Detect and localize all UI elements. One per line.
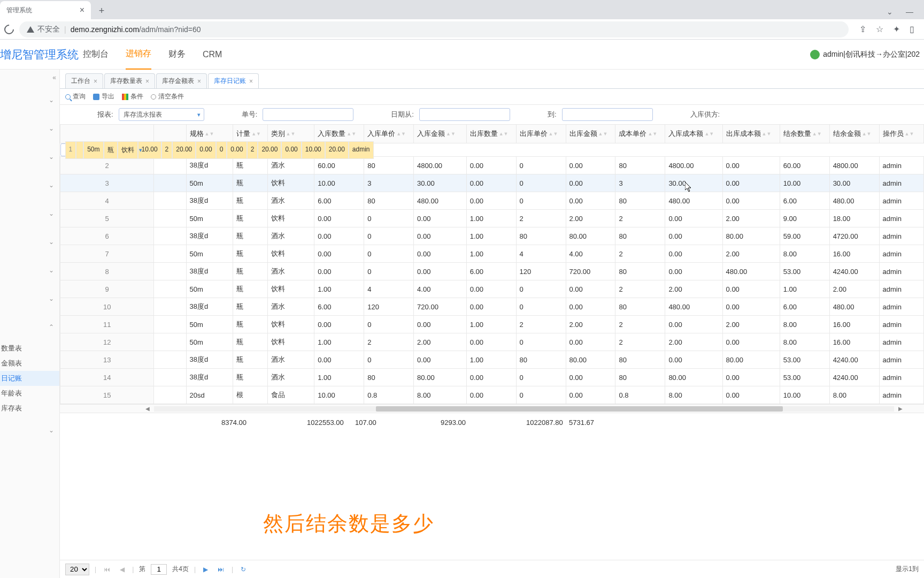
- chevron-down-icon: ⌄: [49, 267, 54, 274]
- sidebar-group[interactable]: ⌄: [0, 227, 59, 256]
- close-icon[interactable]: ×: [94, 78, 97, 85]
- sidebar-group[interactable]: ⌄: [0, 284, 59, 313]
- column-header[interactable]: 结余数量▲▼: [780, 125, 829, 143]
- column-header[interactable]: 入库成本额▲▼: [665, 125, 722, 143]
- cell: admin: [879, 316, 923, 333]
- column-header[interactable]: 规格▲▼: [186, 125, 233, 143]
- sidebar-group[interactable]: ⌄: [0, 256, 59, 284]
- collapse-icon[interactable]: «: [52, 74, 56, 81]
- cell: 0.00: [566, 157, 615, 174]
- column-header[interactable]: 出库数量▲▼: [466, 125, 516, 143]
- warning-icon: [27, 26, 34, 33]
- column-header[interactable]: 入库数量▲▼: [314, 125, 364, 143]
- scroll-left-icon[interactable]: ◀: [145, 406, 150, 412]
- close-icon[interactable]: ×: [197, 78, 201, 85]
- close-icon[interactable]: ×: [145, 78, 149, 85]
- content-tab[interactable]: 库存日记账×: [208, 73, 259, 88]
- cell: 0.00: [566, 280, 615, 298]
- date-to-label: 到:: [548, 110, 557, 119]
- column-header[interactable]: 出库金额▲▼: [566, 125, 615, 143]
- sidebar-group[interactable]: ⌄: [0, 171, 59, 199]
- star-icon[interactable]: ☆: [876, 24, 883, 34]
- new-tab-button[interactable]: +: [94, 3, 109, 18]
- refresh-button[interactable]: ↻: [238, 566, 248, 573]
- sidebar-leaf[interactable]: 日记账: [0, 371, 59, 386]
- table-row[interactable]: 1250m瓶饮料1.0022.000.0000.0022.000.008.001…: [60, 333, 924, 351]
- query-button[interactable]: 查询: [65, 92, 86, 101]
- sidebar-leaf[interactable]: 数量表: [0, 341, 59, 356]
- extensions-icon[interactable]: ✦: [893, 24, 900, 34]
- first-page-button[interactable]: ⏮: [102, 566, 112, 573]
- nav-finance[interactable]: 财务: [168, 40, 186, 70]
- content-tab[interactable]: 库存金额表×: [156, 73, 207, 88]
- page-input[interactable]: [151, 564, 167, 575]
- chevron-down-icon[interactable]: ⌄: [887, 7, 893, 16]
- bill-input[interactable]: [263, 108, 353, 121]
- cell: 0.00: [722, 369, 780, 386]
- horizontal-scrollbar[interactable]: ◀ ▶: [60, 404, 924, 413]
- nav-crm[interactable]: CRM: [203, 40, 222, 70]
- table-row[interactable]: 838度d瓶酒水0.0000.006.00120720.00800.00480.…: [60, 263, 924, 280]
- sidebar-group[interactable]: ⌄: [0, 416, 59, 444]
- date-from-input[interactable]: [419, 108, 510, 121]
- sidebar-group-open[interactable]: ⌃: [0, 313, 59, 341]
- sidebar-group[interactable]: ⌄: [0, 114, 59, 142]
- table-row[interactable]: 1150m瓶饮料0.0000.001.0022.0020.002.008.001…: [60, 316, 924, 333]
- table-row[interactable]: 638度d瓶酒水0.0000.001.008080.00800.0080.005…: [60, 227, 924, 245]
- column-header[interactable]: 出库单价▲▼: [516, 125, 566, 143]
- column-header[interactable]: 操作员▲▼: [879, 125, 923, 143]
- share-icon[interactable]: ⇪: [859, 24, 866, 34]
- sidebar-group[interactable]: ⌄: [0, 142, 59, 171]
- condition-button[interactable]: 条件: [122, 92, 143, 101]
- cell: 0.00: [466, 333, 516, 351]
- nav-inventory[interactable]: 进销存: [126, 40, 151, 70]
- column-header[interactable]: 入库单价▲▼: [364, 125, 414, 143]
- table-row[interactable]: 150m瓶饮料10.00220.000.0000.00220.000.0010.…: [60, 143, 146, 156]
- content-tab[interactable]: 工作台×: [65, 73, 103, 88]
- column-header[interactable]: 成本单价▲▼: [615, 125, 665, 143]
- close-icon[interactable]: ×: [249, 78, 253, 85]
- export-button[interactable]: 导出: [93, 92, 114, 101]
- next-page-button[interactable]: ▶: [201, 566, 210, 573]
- cell: 0.00: [414, 227, 467, 245]
- cell: 50m: [186, 333, 233, 351]
- account-icon[interactable]: ▯: [910, 24, 914, 34]
- table-row[interactable]: 1520sd根食品10.000.88.000.0000.000.88.000.0…: [60, 386, 924, 404]
- page-size-select[interactable]: 20: [65, 564, 89, 575]
- nav-console[interactable]: 控制台: [83, 40, 109, 70]
- table-row[interactable]: 1338度d瓶酒水0.0000.001.008080.00800.0080.00…: [60, 351, 924, 369]
- table-row[interactable]: 238度d瓶酒水60.00804800.000.0000.00804800.00…: [60, 157, 924, 174]
- reload-icon[interactable]: [2, 22, 16, 36]
- last-page-button[interactable]: ⏭: [215, 566, 226, 573]
- sidebar-leaf[interactable]: 金额表: [0, 356, 59, 371]
- user-info[interactable]: admin|创讯科技→办公室|202: [810, 50, 924, 59]
- table-row[interactable]: 750m瓶饮料0.0000.001.0044.0020.002.008.0016…: [60, 245, 924, 263]
- table-row[interactable]: 1438度d瓶酒水1.008080.000.0000.008080.000.00…: [60, 369, 924, 386]
- cell: 2.00: [722, 245, 780, 263]
- column-header[interactable]: 入库金额▲▼: [414, 125, 467, 143]
- sidebar-group[interactable]: ⌄: [0, 199, 59, 227]
- scroll-right-icon[interactable]: ▶: [898, 406, 903, 412]
- report-select[interactable]: 库存流水报表: [119, 108, 204, 121]
- column-header[interactable]: 计量▲▼: [233, 125, 267, 143]
- clear-condition-button[interactable]: 清空条件: [151, 92, 184, 101]
- date-to-input[interactable]: [562, 108, 653, 121]
- table-row[interactable]: 950m瓶饮料1.0044.000.0000.0022.000.001.002.…: [60, 280, 924, 298]
- browser-tab[interactable]: 管理系统 ×: [0, 1, 91, 19]
- content-tab[interactable]: 库存数量表×: [104, 73, 155, 88]
- table-row[interactable]: 438度d瓶酒水6.0080480.000.0000.0080480.000.0…: [60, 192, 924, 210]
- minimize-icon[interactable]: —: [906, 7, 913, 16]
- prev-page-button[interactable]: ◀: [118, 566, 127, 573]
- column-header[interactable]: 类别▲▼: [267, 125, 314, 143]
- address-field[interactable]: 不安全 | demo.zengnizhi.com/adm/main?nid=60: [19, 21, 849, 37]
- table-row[interactable]: 1038度d瓶酒水6.00120720.000.0000.0080480.000…: [60, 298, 924, 316]
- table-row[interactable]: 550m瓶饮料0.0000.001.0022.0020.002.009.0018…: [60, 210, 924, 227]
- sidebar-leaf[interactable]: 库存表: [0, 401, 59, 416]
- table-row[interactable]: 350m瓶饮料10.00330.000.0000.00330.000.0010.…: [60, 174, 924, 192]
- sidebar-leaf[interactable]: 年龄表: [0, 386, 59, 401]
- close-icon[interactable]: ×: [80, 5, 84, 15]
- sidebar-group[interactable]: ⌄: [0, 86, 59, 114]
- column-header[interactable]: 结余金额▲▼: [829, 125, 879, 143]
- scrollbar-thumb[interactable]: [376, 406, 783, 412]
- column-header[interactable]: 出库成本额▲▼: [722, 125, 780, 143]
